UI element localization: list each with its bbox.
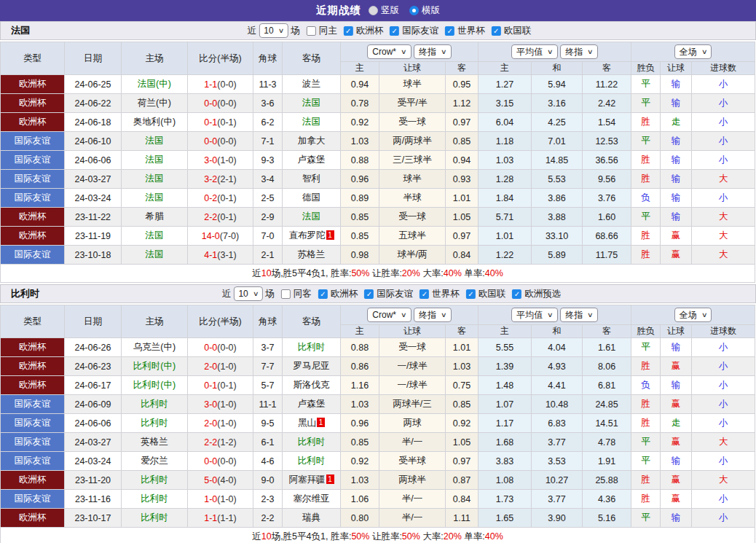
match-row: 国际友谊23-10-18法国4-1(3-1)2-1苏格兰0.98球半/两0.84… — [1, 246, 755, 265]
results-table: 类型日期主场比分(半场)角球客场Crow*∨ 终指∨平均值∨ 终指∨全场∨主让球… — [0, 42, 755, 283]
avg-away-cell: 12.53 — [583, 132, 631, 151]
avg-home-cell: 3.15 — [479, 94, 532, 113]
result-goals-cell: 小 — [692, 414, 755, 433]
title-bar: 近期战绩 竖版 横版 — [0, 0, 756, 21]
sub-column-header: 主 — [479, 325, 532, 338]
score-cell: 14-0(7-0) — [188, 227, 253, 246]
score-cell: 3-0(1-0) — [188, 395, 253, 414]
radio-off-icon[interactable] — [369, 6, 378, 15]
team-text: 比利时 — [141, 418, 168, 428]
radio-on-icon[interactable] — [409, 6, 419, 15]
team-text: 法国 — [146, 192, 164, 203]
team-text: 法国 — [302, 98, 320, 108]
average-select[interactable]: 平均值∨ — [511, 308, 558, 322]
league-checkbox[interactable]: ✓ — [492, 26, 501, 36]
crow-select[interactable]: Crow*∨ — [367, 44, 411, 59]
avg-draw-cell: 4.93 — [532, 357, 583, 376]
avg-home-cell: 6.04 — [479, 113, 532, 132]
odds-away-cell: 1.01 — [446, 189, 479, 208]
column-header: 类型 — [1, 42, 65, 75]
section-france: 法国 近10∨场同主✓欧洲杯✓国际友谊✓世界杯✓欧国联 类型日期主场比分(半场)… — [0, 21, 756, 283]
result-handicap-cell: 走 — [661, 414, 692, 433]
corners-cell: 3-4 — [253, 170, 283, 189]
home-team-cell: 法国(中) — [122, 75, 188, 94]
league-checkbox[interactable]: ✓ — [445, 26, 454, 36]
near-count-select[interactable]: 10∨ — [233, 286, 263, 301]
score-cell: 1-1(1-1) — [188, 509, 253, 528]
league-checkbox[interactable]: ✓ — [390, 26, 399, 36]
full-match-select[interactable]: 全场∨ — [674, 308, 712, 322]
radio-vertical-label: 竖版 — [381, 4, 399, 17]
chevron-down-icon: ∨ — [587, 48, 594, 55]
home-team-cell: 爱尔兰 — [122, 452, 188, 471]
league-checkbox[interactable]: ✓ — [512, 289, 521, 299]
near-count-select[interactable]: 10∨ — [259, 23, 288, 38]
final-index-select-2[interactable]: 终指∨ — [560, 308, 598, 322]
league-cell: 国际友谊 — [1, 189, 65, 208]
final-index-select[interactable]: 终指∨ — [414, 44, 452, 59]
league-checkbox[interactable]: ✓ — [466, 289, 476, 299]
avg-away-cell: 1.91 — [583, 452, 631, 471]
league-checkbox[interactable]: ✓ — [364, 289, 374, 299]
result-goals-cell: 大 — [692, 433, 755, 452]
chevron-down-icon: ∨ — [701, 48, 708, 55]
sub-column-header: 进球数 — [692, 62, 755, 75]
result-wdl-cell: 胜 — [631, 113, 661, 132]
result-wdl-cell: 胜 — [631, 357, 661, 376]
odds-away-cell: 0.75 — [446, 376, 479, 395]
corners-cell: 9-5 — [253, 414, 283, 433]
team-text: 法国 — [146, 230, 164, 241]
avg-away-cell: 6.81 — [583, 376, 631, 395]
handicap-line-cell: 三/三球半 — [379, 151, 446, 170]
match-row: 欧洲杯24-06-22荷兰(中)0-0(0-0)3-6法国0.78受平/半1.1… — [1, 94, 755, 113]
near-label: 近 — [222, 288, 232, 300]
result-handicap-cell: 输 — [661, 75, 692, 94]
final-index-select-2[interactable]: 终指∨ — [560, 44, 598, 59]
home-team-cell: 希腊 — [122, 208, 188, 227]
avg-home-cell: 5.55 — [479, 338, 532, 357]
away-team-cell: 法国 — [283, 208, 341, 227]
date-cell: 23-11-22 — [65, 208, 122, 227]
crow-select[interactable]: Crow*∨ — [367, 308, 411, 322]
same-side-checkbox[interactable] — [281, 289, 291, 299]
result-goals-cell: 小 — [692, 357, 755, 376]
team-text: 比利时 — [141, 399, 168, 409]
team-name: 法国 — [1, 24, 30, 37]
away-team-cell: 瑞典 — [283, 509, 341, 528]
away-team-cell: 比利时 — [283, 433, 341, 452]
column-header: 日期 — [65, 305, 122, 338]
avg-away-cell: 3.76 — [583, 189, 631, 208]
avg-draw-cell: 5.89 — [532, 246, 583, 265]
league-checkbox[interactable]: ✓ — [318, 289, 328, 299]
odds-home-cell: 1.03 — [341, 132, 379, 151]
full-match-select[interactable]: 全场∨ — [674, 44, 712, 59]
average-select[interactable]: 平均值∨ — [511, 44, 558, 59]
league-label: 欧国联 — [479, 288, 506, 300]
odds-home-cell: 0.85 — [341, 227, 379, 246]
result-goals-cell: 小 — [692, 189, 755, 208]
date-cell: 24-06-18 — [65, 113, 122, 132]
result-goals-cell: 大 — [692, 471, 755, 490]
score-cell: 0-0(0-0) — [188, 338, 253, 357]
team-text: 塞尔维亚 — [294, 493, 330, 504]
league-checkbox[interactable]: ✓ — [344, 26, 353, 36]
result-goals-cell: 大 — [692, 246, 755, 265]
final-index-select[interactable]: 终指∨ — [414, 308, 452, 322]
sub-column-header: 客 — [583, 62, 631, 75]
odds-home-cell: 0.78 — [341, 94, 379, 113]
away-team-cell: 波兰 — [283, 75, 341, 94]
league-checkbox[interactable]: ✓ — [420, 289, 429, 299]
odds-away-cell: 0.97 — [446, 113, 479, 132]
radio-vertical-layout[interactable]: 竖版 — [369, 4, 399, 17]
result-handicap-cell: 输 — [661, 132, 692, 151]
league-cell: 欧洲杯 — [1, 338, 65, 357]
match-row: 欧洲杯23-11-19法国14-0(7-0)7-0直布罗陀10.85五球半0.9… — [1, 227, 755, 246]
same-side-checkbox[interactable] — [307, 26, 316, 36]
away-team-cell: 苏格兰 — [283, 246, 341, 265]
team-text: 直布罗陀 — [289, 230, 326, 241]
home-team-cell: 法国 — [122, 246, 188, 265]
league-cell: 国际友谊 — [1, 433, 65, 452]
sub-column-header: 客 — [446, 325, 479, 338]
radio-horizontal-layout[interactable]: 横版 — [409, 4, 440, 17]
league-cell: 欧洲杯 — [1, 208, 65, 227]
